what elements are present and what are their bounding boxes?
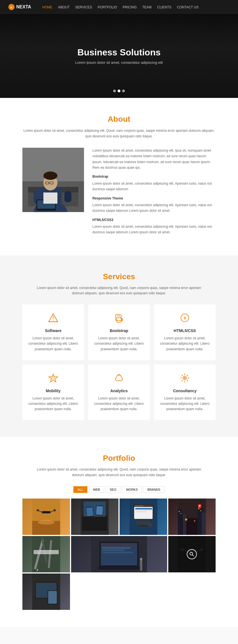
nav-pricing[interactable]: PRICING xyxy=(123,5,137,9)
filter-web[interactable]: WEB xyxy=(89,486,104,493)
hero-dot-3[interactable] xyxy=(122,90,125,92)
svg-rect-17 xyxy=(43,192,57,204)
portfolio-filters: ALL WEB SEO WORKS BRANDS xyxy=(22,486,216,493)
svg-line-31 xyxy=(182,375,183,376)
hero-title: Business Solutions xyxy=(75,47,163,58)
about-image xyxy=(22,148,84,212)
portfolio-search-icon xyxy=(187,549,197,559)
nav-portfolio[interactable]: PORTFOLIO xyxy=(98,5,117,9)
hero-section: Business Solutions Lorem ipsum dolor sit… xyxy=(0,14,238,98)
filter-brands[interactable]: BRANDS xyxy=(143,486,165,493)
service-consultancy: Consultancy Lorem ipsum dolor sit amet, … xyxy=(154,365,216,420)
portfolio-item-2[interactable] xyxy=(71,499,119,535)
mobility-desc: Lorem ipsum dolor sit amet, consectetur … xyxy=(28,396,78,412)
analytics-name: Analytics xyxy=(94,389,144,393)
svg-point-26 xyxy=(184,377,186,379)
consultancy-name: Consultancy xyxy=(160,389,210,393)
analytics-desc: Lorem ipsum dolor sit amet, consectetur … xyxy=(94,396,144,412)
svg-line-34 xyxy=(182,380,183,381)
mobility-name: Mobility xyxy=(28,389,78,393)
service-html5: $ HTML5/CSS Lorem ipsum dolor sit amet, … xyxy=(154,304,216,360)
hero-subtitle: Lorem ipsum dolor sit amet, consectetur … xyxy=(75,60,163,65)
services-title: Services xyxy=(22,272,216,281)
service-mobility: Mobility Lorem ipsum dolor sit amet, con… xyxy=(22,365,84,420)
mobility-icon xyxy=(28,373,78,385)
portfolio-item-5[interactable] xyxy=(22,536,70,572)
portfolio-overlay-7 xyxy=(168,536,216,572)
about-bootstrap-text: Lorem ipsum dolor sit amet, consectetur … xyxy=(92,181,216,192)
nav-home[interactable]: HOME xyxy=(42,5,52,9)
portfolio-item-6[interactable] xyxy=(71,536,167,572)
about-html5-text: Lorem ipsum dolor sit amet, consectetur … xyxy=(92,224,216,235)
brand-name: NEXTA xyxy=(16,4,31,10)
filter-works[interactable]: WORKS xyxy=(122,486,142,493)
svg-point-9 xyxy=(43,171,57,180)
bootstrap-desc: Lorem ipsum dolor sit amet, consectetur … xyxy=(94,336,144,352)
bootstrap-icon xyxy=(94,313,144,325)
logo-icon: ▶ xyxy=(8,4,15,10)
brand-logo[interactable]: ▶ NEXTA xyxy=(8,4,31,10)
nav-clients[interactable]: CLIENTS xyxy=(157,5,171,9)
hero-dot-1[interactable] xyxy=(113,90,116,92)
bootstrap-name: Bootstrap xyxy=(94,328,144,333)
portfolio-item-1[interactable] xyxy=(22,499,70,535)
navbar: ▶ NEXTA HOME ABOUT SERVICES PORTFOLIO PR… xyxy=(0,0,238,14)
services-section: Services Lorem ipsum dolor sit amet, con… xyxy=(0,255,238,437)
portfolio-title: Portfolio xyxy=(22,454,216,463)
hero-content: Business Solutions Lorem ipsum dolor sit… xyxy=(75,47,163,65)
consultancy-desc: Lorem ipsum dolor sit amet, consectetur … xyxy=(160,396,210,412)
portfolio-item-8[interactable] xyxy=(22,574,70,610)
nav-menu: HOME ABOUT SERVICES PORTFOLIO PRICING TE… xyxy=(42,4,199,10)
software-name: Software xyxy=(28,328,78,333)
about-body: Lorem ipsum dolor sit amet, consectetur … xyxy=(92,148,216,171)
about-title: About xyxy=(22,115,216,124)
svg-text:▶: ▶ xyxy=(11,6,13,9)
services-grid: Software Lorem ipsum dolor sit amet, con… xyxy=(22,304,216,420)
service-analytics: Analytics Lorem ipsum dolor sit amet, co… xyxy=(88,365,150,420)
svg-point-104 xyxy=(190,552,193,555)
about-html5-title: HTML5/CSS3 xyxy=(92,217,216,223)
portfolio-item-7[interactable] xyxy=(168,536,216,572)
service-bootstrap: Bootstrap Lorem ipsum dolor sit amet, co… xyxy=(88,304,150,360)
about-responsive-title: Responsive Theme xyxy=(92,196,216,201)
service-software: Software Lorem ipsum dolor sit amet, con… xyxy=(22,304,84,360)
filter-seo[interactable]: SEO xyxy=(106,486,120,493)
svg-rect-14 xyxy=(64,191,71,202)
portfolio-item-4[interactable]: P xyxy=(168,499,216,535)
portfolio-intro: Lorem ipsum dolor sit amet, consectetur … xyxy=(35,467,203,478)
hero-dots xyxy=(113,90,125,92)
portfolio-section: Portfolio Lorem ipsum dolor sit amet, co… xyxy=(0,437,238,626)
analytics-icon xyxy=(94,373,144,385)
nav-services[interactable]: SERVICES xyxy=(75,5,92,9)
nav-about[interactable]: ABOUT xyxy=(58,5,69,9)
svg-line-105 xyxy=(192,555,194,556)
svg-text:$: $ xyxy=(184,316,186,320)
about-section: About Lorem ipsum dolor sit amet, consec… xyxy=(0,98,238,255)
svg-point-20 xyxy=(53,320,54,321)
svg-line-33 xyxy=(187,375,188,376)
about-bootstrap-title: Bootstrap xyxy=(92,174,216,179)
software-desc: Lorem ipsum dolor sit amet, consectetur … xyxy=(28,336,78,352)
html5-desc: Lorem ipsum dolor sit amet, consectetur … xyxy=(160,336,210,352)
about-responsive-text: Lorem ipsum dolor sit amet, consectetur … xyxy=(92,202,216,214)
about-intro: Lorem ipsum dolor sit amet, consectetur … xyxy=(22,128,216,139)
software-icon xyxy=(28,313,78,325)
filter-all[interactable]: ALL xyxy=(73,486,87,493)
stats-section: Stats Lorem ipsum dolor sit amet, consec… xyxy=(0,627,238,644)
html5-name: HTML5/CSS xyxy=(160,328,210,333)
svg-line-32 xyxy=(187,380,188,381)
services-intro: Lorem ipsum dolor sit amet, consectetur … xyxy=(35,285,203,296)
portfolio-item-3[interactable] xyxy=(120,499,167,535)
nav-team[interactable]: TEAM xyxy=(142,5,151,9)
portfolio-grid: P xyxy=(22,499,216,610)
about-content: Lorem ipsum dolor sit amet, consectetur … xyxy=(22,148,216,239)
hero-dot-2[interactable] xyxy=(118,90,120,92)
html5-icon: $ xyxy=(160,313,210,325)
nav-contact[interactable]: CONTACT US xyxy=(177,5,199,9)
consultancy-icon xyxy=(160,373,210,385)
about-text-block: Lorem ipsum dolor sit amet, consectetur … xyxy=(92,148,216,239)
